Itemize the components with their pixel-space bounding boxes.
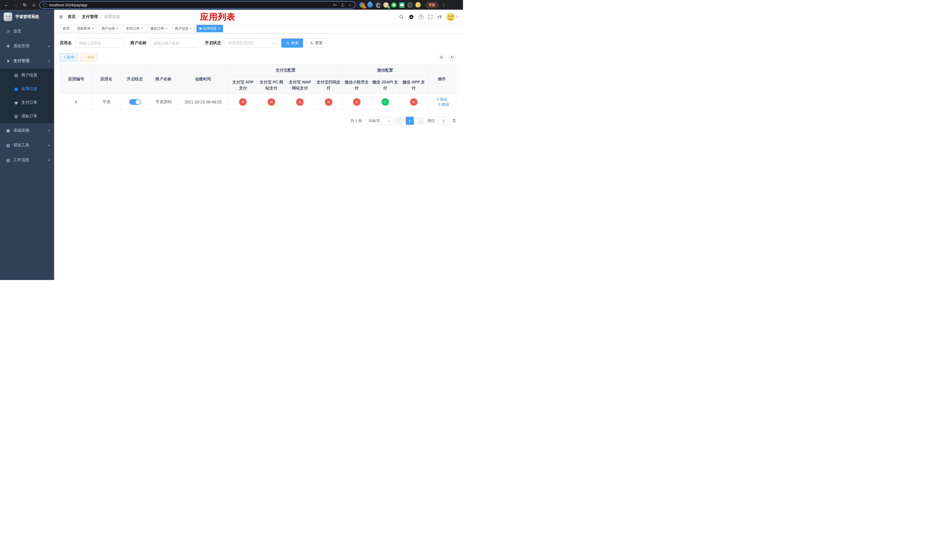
goto-page-input[interactable] <box>438 117 449 125</box>
status-select[interactable]: 请选择开启状态 ∨ <box>224 38 278 48</box>
sidebar-item-refund-order[interactable]: ▥ 退款订单 <box>0 109 54 123</box>
dashboard-icon: ◷ <box>6 29 11 33</box>
filter-bar: 应用名 商户名称 开启状态 请选择开启状态 ∨ 搜索 ↻ 重置 <box>60 38 456 48</box>
refresh-table-button[interactable]: ↻ <box>448 53 456 61</box>
tab-refund-order[interactable]: 退款订单 × <box>147 25 170 32</box>
sidebar-item-dev-tools[interactable]: ▨ 研发工具 ∨ <box>0 138 54 153</box>
edit-link[interactable]: ✎ 修改 <box>436 97 447 102</box>
tab-pay-order[interactable]: 支付订单 × <box>123 25 146 32</box>
next-page-button[interactable]: › <box>416 117 425 125</box>
export-button[interactable]: ↓ 导出 <box>80 53 98 61</box>
browser-menu-icon[interactable]: ⋮ <box>440 2 447 8</box>
app-logo[interactable]: 芋道管理系统 <box>0 10 54 24</box>
close-icon[interactable]: × <box>92 27 94 30</box>
chevron-down-icon: ▾ <box>456 15 458 19</box>
tab-user-group[interactable]: 用户分组 × <box>98 25 121 32</box>
breadcrumb-separator: / <box>100 15 101 19</box>
breadcrumb: 首页 / 支付管理 / 应用信息 <box>68 14 120 20</box>
tab-app-info[interactable]: 应用信息 × <box>197 25 223 32</box>
password-key-icon[interactable] <box>333 3 337 7</box>
chevron-down-icon: ∨ <box>47 129 50 132</box>
app-table: 应用编号 应用名 开启状态 商户名称 创建时间 支付宝配置 微信配置 操作 支付… <box>60 64 456 110</box>
browser-back-button[interactable]: ← <box>3 1 10 9</box>
close-icon[interactable]: × <box>218 27 220 30</box>
tab-merchant-info[interactable]: 商户信息 × <box>172 25 195 32</box>
delete-link[interactable]: 删除 <box>438 102 449 107</box>
page-size-value: 10条/页 <box>368 118 380 123</box>
sidebar-item-infrastructure[interactable]: ▣ 基础设施 ∨ <box>0 123 54 138</box>
chevron-down-icon: ∨ <box>272 41 275 45</box>
add-button[interactable]: + 新增 <box>60 53 77 61</box>
page-number-1[interactable]: 1 <box>406 117 414 125</box>
group-header-wechat: 微信配置 <box>342 64 428 76</box>
close-icon[interactable]: × <box>165 27 168 30</box>
status-toggle[interactable] <box>129 99 141 105</box>
tab-label: 商户信息 <box>175 26 189 31</box>
search-icon[interactable] <box>399 14 404 20</box>
close-icon[interactable]: × <box>190 27 192 30</box>
cell-wx-lite <box>342 94 371 110</box>
browser-home-button[interactable]: ⌂ <box>30 1 38 9</box>
yen-icon: ¥ <box>6 59 11 63</box>
monitor-icon: ▣ <box>6 128 11 133</box>
site-info-icon[interactable]: i <box>43 3 47 7</box>
breadcrumb-home[interactable]: 首页 <box>68 14 76 20</box>
sidebar-item-home[interactable]: ◷ 首页 <box>0 24 54 39</box>
status-no-icon <box>410 98 418 106</box>
sidebar-item-pay-order[interactable]: ◉ 支付订单 <box>0 96 54 109</box>
app-name-input[interactable] <box>75 38 124 48</box>
fullscreen-icon[interactable] <box>428 15 433 20</box>
browser-update-button[interactable]: 更新 <box>425 2 439 9</box>
search-button[interactable]: 搜索 <box>281 38 303 48</box>
tab-process-form[interactable]: 流程表单 × <box>74 25 97 32</box>
plus-icon: + <box>64 55 65 59</box>
url-text: localhost:1024/pay/app <box>49 3 88 7</box>
extension-avatar-icon[interactable]: 1 <box>383 2 389 8</box>
edit-label: 修改 <box>440 97 447 102</box>
extension-tray: 10 1 <box>359 2 421 8</box>
status-select-placeholder: 请选择开启状态 <box>228 41 254 45</box>
extension-chat-icon[interactable] <box>399 2 405 8</box>
extension-dark-icon[interactable] <box>375 2 381 8</box>
sidebar-item-app-info[interactable]: ▦ 应用信息 <box>0 82 54 96</box>
browser-forward-button[interactable]: → <box>12 1 20 9</box>
font-size-icon[interactable]: TT <box>437 15 442 20</box>
sidebar-toggle-icon[interactable]: ≡ <box>59 14 63 20</box>
bookmark-star-icon[interactable]: ☆ <box>348 3 352 7</box>
tab-home[interactable]: 首页 <box>60 25 72 32</box>
cell-app-id: 6 <box>60 94 92 110</box>
browser-refresh-button[interactable]: ↻ <box>21 1 29 9</box>
sidebar-item-payment[interactable]: ¥ 支付管理 ∧ <box>0 53 54 68</box>
prev-page-button[interactable]: ‹ <box>395 117 403 125</box>
github-icon[interactable] <box>409 14 414 20</box>
sidebar-submenu-payment: ▤ 商户信息 ▦ 应用信息 ◉ 支付订单 ▥ 退款订单 <box>0 68 54 123</box>
extension-drop-icon[interactable] <box>366 1 374 9</box>
chevron-down-icon: ∨ <box>47 144 50 147</box>
column-wx-lite: 微信小程序支付 <box>342 76 371 94</box>
close-icon[interactable]: × <box>117 27 118 30</box>
close-icon[interactable]: × <box>141 27 143 30</box>
sidebar-item-label: 支付管理 <box>14 58 29 64</box>
card-icon: ▤ <box>14 73 18 77</box>
sidebar-item-workflow[interactable]: ▧ 工作流程 ∨ <box>0 153 54 168</box>
sidebar-item-label: 工作流程 <box>14 157 29 163</box>
extension-emoji-icon[interactable] <box>415 2 421 8</box>
reset-button[interactable]: ↻ 重置 <box>306 38 327 48</box>
breadcrumb-section[interactable]: 支付管理 <box>82 14 98 20</box>
pencil-icon: ✎ <box>436 97 439 101</box>
extension-wechat-icon[interactable] <box>391 2 396 8</box>
sidebar-item-merchant-info[interactable]: ▤ 商户信息 <box>0 68 54 82</box>
column-merchant: 商户名称 <box>149 64 177 94</box>
sidebar-item-label: 基础设施 <box>14 128 29 133</box>
user-avatar[interactable]: ▾ <box>446 12 458 21</box>
share-icon[interactable] <box>340 3 345 7</box>
help-icon[interactable]: ? <box>419 15 424 20</box>
page-size-select[interactable]: 10条/页 ∨ <box>366 117 392 125</box>
sidebar-item-system[interactable]: ❋ 系统管理 ∨ <box>0 39 54 53</box>
extensions-puzzle-icon[interactable] <box>407 2 413 8</box>
tab-label: 支付订单 <box>126 26 139 31</box>
toggle-search-button[interactable] <box>437 53 445 61</box>
address-bar[interactable]: i localhost:1024/pay/app ☆ <box>39 1 356 9</box>
extension-colorwheel-icon[interactable]: 10 <box>359 2 365 8</box>
merchant-name-input[interactable] <box>150 38 199 48</box>
